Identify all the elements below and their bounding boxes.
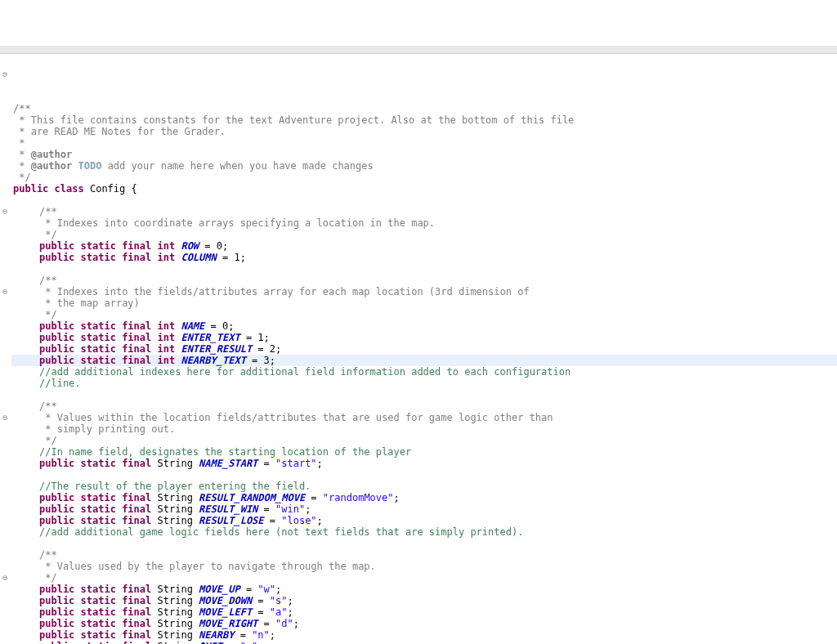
code-token: public static final (39, 618, 151, 629)
code-line[interactable]: public static final String QUIT = "q"; (11, 641, 837, 644)
code-line[interactable]: * the map array) (11, 297, 837, 309)
code-line[interactable]: public static final int COLUMN = 1; (11, 252, 837, 263)
code-token: * are READ ME Notes for the Grader. (13, 126, 226, 137)
code-token: "w" (257, 584, 275, 595)
code-token: "s" (270, 595, 288, 606)
code-line[interactable]: public static final String MOVE_RIGHT = … (11, 618, 837, 629)
fold-toggle-icon[interactable]: ⊖ (1, 70, 9, 78)
code-token: ; (270, 629, 275, 641)
code-area[interactable]: /** * This file contains constants for t… (0, 103, 837, 644)
code-line[interactable]: public static final String RESULT_LOSE =… (11, 515, 837, 526)
code-token: NAME_START (199, 458, 257, 469)
code-token: MOVE_UP (199, 584, 240, 595)
code-line[interactable]: public static final int NEARBY_TEXT = 3; (11, 355, 837, 366)
code-line[interactable]: public static final String MOVE_DOWN = "… (11, 595, 837, 606)
code-token: public static final int (39, 320, 175, 332)
code-token: ENTER_TEXT (181, 332, 239, 343)
code-token: QUIT (199, 641, 222, 644)
code-token: COLUMN (181, 252, 216, 263)
code-line[interactable]: //The result of the player entering the … (11, 481, 837, 492)
code-line[interactable]: */ (11, 229, 837, 240)
code-line[interactable]: public static final String RESULT_RANDOM… (11, 492, 837, 503)
code-line[interactable]: * Values used by the player to navigate … (11, 561, 837, 572)
fold-toggle-icon[interactable]: ⊖ (1, 574, 9, 582)
code-line[interactable]: /** (11, 400, 837, 412)
code-line[interactable]: */ (11, 172, 837, 183)
code-token: public static final (39, 503, 151, 515)
code-editor[interactable]: ⊖⊖⊖⊖⊖ /** * This file contains constants… (0, 65, 837, 644)
code-token: MOVE_LEFT (199, 606, 252, 618)
code-token: ENTER_RESULT (181, 343, 252, 355)
code-line[interactable] (11, 389, 837, 400)
code-line[interactable]: * @author TODO add your name here when y… (11, 160, 837, 172)
fold-toggle-icon[interactable]: ⊖ (1, 208, 9, 216)
code-line[interactable]: //add additional indexes here for additi… (11, 366, 837, 378)
code-token: /** (39, 206, 57, 217)
code-token: //line. (39, 378, 81, 389)
code-token: "n" (252, 629, 270, 641)
code-token: String (151, 458, 199, 469)
code-line[interactable]: public class Config { (11, 183, 837, 195)
code-line[interactable]: /** (11, 206, 837, 217)
code-token: String (151, 629, 199, 641)
code-line[interactable]: //In name field, designates the starting… (11, 446, 837, 458)
code-line[interactable]: /** (11, 549, 837, 561)
code-token: TODO (78, 160, 102, 172)
code-line[interactable]: /** (11, 103, 837, 114)
code-token: "q" (240, 641, 258, 644)
fold-toggle-icon[interactable]: ⊖ (1, 414, 9, 422)
code-line[interactable] (11, 538, 837, 549)
code-line[interactable]: public static final int ENTER_TEXT = 1; (11, 332, 837, 343)
code-line[interactable]: public static final String MOVE_UP = "w"… (11, 584, 837, 595)
code-line[interactable]: * (11, 137, 837, 149)
code-token: /** (39, 400, 57, 412)
code-line[interactable]: * This file contains constants for the t… (11, 114, 837, 126)
code-line[interactable]: /** (11, 275, 837, 286)
code-line[interactable]: public static final String NAME_START = … (11, 458, 837, 469)
code-token: * Values within the location fields/attr… (39, 412, 553, 423)
code-token: ; (275, 584, 281, 595)
code-line[interactable]: * simply printing out. (11, 423, 837, 435)
code-line[interactable]: public static final String MOVE_LEFT = "… (11, 606, 837, 618)
code-line[interactable]: public static final String RESULT_WIN = … (11, 503, 837, 515)
code-token: = (257, 458, 275, 469)
code-token: //add additional game logic fields here … (39, 526, 523, 538)
code-token (72, 160, 78, 172)
code-line[interactable] (11, 469, 837, 481)
code-token: "start" (275, 458, 317, 469)
code-token: String (151, 618, 199, 629)
code-token: ; (317, 458, 323, 469)
code-token: NEARBY_TEXT (181, 355, 245, 366)
code-line[interactable]: //line. (11, 378, 837, 389)
code-line[interactable]: public static final int NAME = 0; (11, 320, 837, 332)
code-token: ; (317, 515, 323, 526)
code-line[interactable]: public static final int ENTER_RESULT = 2… (11, 343, 837, 355)
code-token: RESULT_LOSE (199, 515, 263, 526)
code-line[interactable]: */ (11, 309, 837, 320)
code-line[interactable]: * Indexes into the fields/attributes arr… (11, 286, 837, 297)
code-line[interactable] (11, 263, 837, 275)
code-token: = 0; (199, 240, 228, 252)
code-line[interactable]: * Values within the location fields/attr… (11, 412, 837, 423)
code-token: public static final (39, 584, 151, 595)
code-line[interactable]: public static final String NEARBY = "n"; (11, 629, 837, 641)
code-token: = 2; (252, 343, 281, 355)
code-token: ; (287, 595, 293, 606)
code-token: String (151, 606, 199, 618)
code-token: "win" (275, 503, 305, 515)
code-line[interactable] (11, 195, 837, 206)
code-line[interactable]: * are READ ME Notes for the Grader. (11, 126, 837, 137)
code-token: RESULT_WIN (199, 503, 257, 515)
code-line[interactable]: */ (11, 435, 837, 446)
fold-toggle-icon[interactable]: ⊖ (1, 288, 9, 296)
code-line[interactable]: * Indexes into coordinate arrays specify… (11, 217, 837, 229)
code-line[interactable]: */ (11, 572, 837, 584)
code-token: * the map array) (39, 297, 140, 309)
code-token: = (264, 515, 282, 526)
code-token: public static final int (39, 355, 175, 366)
code-line[interactable]: * @author (11, 149, 837, 160)
code-line[interactable]: //add additional game logic fields here … (11, 526, 837, 538)
code-token: "d" (275, 618, 293, 629)
code-line[interactable]: public static final int ROW = 0; (11, 240, 837, 252)
code-token: //add additional indexes here for additi… (39, 366, 571, 378)
